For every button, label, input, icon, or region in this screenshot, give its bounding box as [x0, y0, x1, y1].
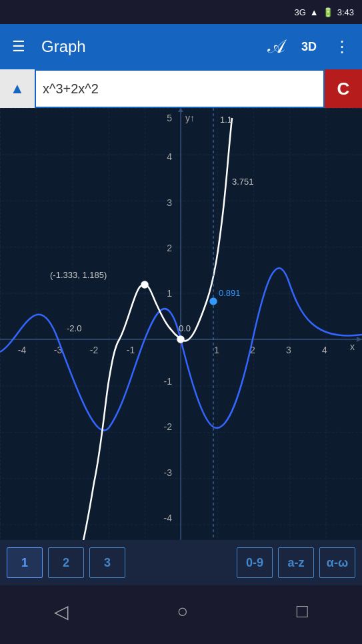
svg-point-27: [141, 281, 148, 288]
back-button[interactable]: ◁: [38, 594, 85, 629]
svg-text:1: 1: [167, 288, 172, 299]
svg-text:4: 4: [322, 345, 327, 355]
svg-text:0.891: 0.891: [219, 288, 241, 298]
equation-input[interactable]: [35, 69, 325, 108]
svg-text:1: 1: [214, 345, 219, 355]
graph-area: -4 -3 -2 -1 1 2 3 4 1 2 3 4 5 -1 -2 -3 -…: [0, 108, 362, 571]
kb-btn-3[interactable]: 3: [89, 547, 125, 578]
svg-text:2: 2: [167, 243, 172, 253]
menu-button[interactable]: ☰: [7, 33, 31, 61]
svg-text:-2.0: -2.0: [67, 323, 81, 333]
svg-text:1.1: 1.1: [220, 115, 232, 125]
kb-btn-alpha[interactable]: α-ω: [319, 547, 355, 578]
svg-text:-2: -2: [164, 421, 173, 432]
input-row: ▲ C: [0, 69, 362, 108]
more-options-button[interactable]: ⋮: [329, 32, 355, 61]
svg-text:3: 3: [167, 197, 172, 208]
3d-button[interactable]: 3D: [296, 35, 322, 59]
status-bar: 3G ▲ 🔋 3:43: [0, 0, 362, 24]
status-icons: 3G ▲ 🔋 3:43: [294, 7, 354, 17]
svg-text:5: 5: [167, 113, 172, 123]
clear-button[interactable]: C: [325, 69, 362, 108]
svg-text:-4: -4: [164, 513, 173, 523]
svg-text:-3: -3: [164, 467, 173, 478]
kb-btn-az[interactable]: a-z: [278, 547, 314, 578]
svg-text:4: 4: [167, 151, 172, 162]
svg-text:(-1.333, 1.185): (-1.333, 1.185): [50, 270, 107, 280]
kb-btn-2[interactable]: 2: [48, 547, 84, 578]
svg-text:x: x: [350, 341, 355, 352]
svg-text:-4: -4: [18, 345, 27, 355]
time-label: 3:43: [337, 7, 354, 17]
svg-text:-1: -1: [164, 376, 173, 387]
kb-btn-1[interactable]: 1: [7, 547, 43, 578]
toolbar: ☰ Graph 𝒜 3D ⋮: [0, 24, 362, 69]
signal-icon: ▲: [310, 7, 319, 17]
svg-text:y↑: y↑: [185, 113, 195, 123]
page-title: Graph: [41, 37, 256, 56]
svg-point-28: [177, 336, 184, 343]
svg-text:3.751: 3.751: [232, 177, 254, 187]
network-label: 3G: [294, 7, 305, 17]
graph-svg: -4 -3 -2 -1 1 2 3 4 1 2 3 4 5 -1 -2 -3 -…: [0, 108, 362, 571]
svg-text:3: 3: [286, 345, 291, 355]
battery-icon: 🔋: [323, 7, 333, 17]
keyboard-row: 1 2 3 0-9 a-z α-ω: [0, 540, 362, 585]
svg-text:-2: -2: [90, 345, 99, 355]
collapse-arrow-icon: ▲: [10, 80, 25, 97]
home-button[interactable]: ○: [161, 594, 205, 629]
nav-bar: ◁ ○ □: [0, 585, 362, 644]
svg-text:-1: -1: [127, 345, 135, 355]
graph-style-button[interactable]: 𝒜: [263, 31, 289, 63]
svg-text:0.0: 0.0: [179, 323, 191, 333]
clear-label: C: [337, 79, 350, 99]
svg-point-29: [210, 298, 217, 305]
collapse-button[interactable]: ▲: [0, 69, 35, 108]
kb-btn-09[interactable]: 0-9: [237, 547, 273, 578]
recents-button[interactable]: □: [281, 594, 324, 629]
